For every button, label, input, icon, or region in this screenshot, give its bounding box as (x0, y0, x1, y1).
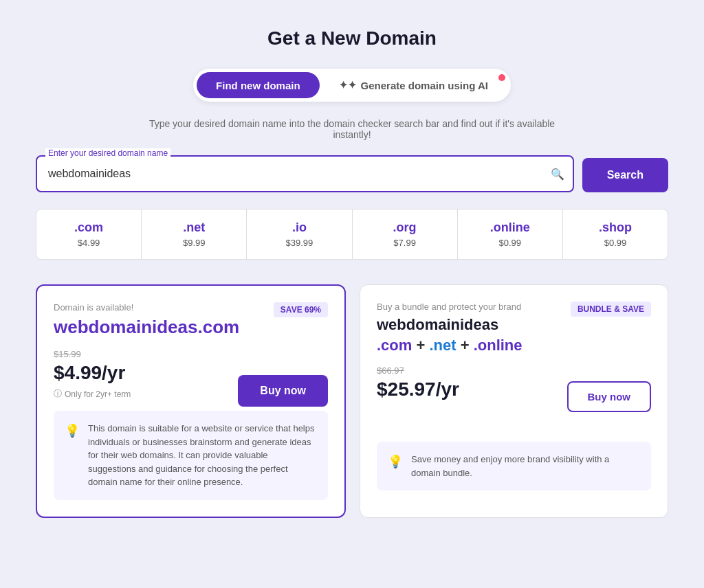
bundle-tld-online: .online (474, 337, 522, 354)
search-input[interactable] (36, 155, 574, 192)
tld-price: $39.99 (286, 238, 314, 248)
save-badge: SAVE 69% (274, 302, 328, 317)
tld-price: $0.99 (604, 238, 627, 248)
sparkle-icon: ✦✦ (339, 79, 357, 91)
tld-item-io[interactable]: .io$39.99 (247, 210, 352, 259)
buy-now-bundle-button[interactable]: Buy now (567, 381, 652, 412)
tab-toggle: Find new domain ✦✦ Generate domain using… (193, 69, 511, 102)
subtitle: Type your desired domain name into the d… (146, 118, 558, 140)
tld-name: .org (393, 220, 417, 235)
tld-name: .online (490, 220, 530, 235)
info-text-bundle: Save money and enjoy more brand visibili… (411, 453, 640, 479)
tld-name: .io (292, 220, 307, 235)
old-price-main: $15.99 (54, 349, 328, 359)
info-box-bundle: 💡 Save money and enjoy more brand visibi… (377, 442, 651, 490)
bulb-icon-bundle: 💡 (388, 454, 403, 469)
ai-badge (498, 74, 505, 81)
old-price-bundle: $66.97 (377, 365, 651, 376)
tld-name: .shop (599, 220, 632, 235)
buy-now-main-button[interactable]: Buy now (238, 375, 328, 407)
bundle-plus-1: + (412, 337, 429, 354)
domain-available-card: Domain is available! SAVE 69% webdomaini… (36, 284, 346, 518)
bundle-plus-2: + (456, 337, 474, 354)
tld-item-org[interactable]: .org$7.99 (353, 210, 458, 259)
tab-ai-domain[interactable]: ✦✦ Generate domain using AI (320, 72, 507, 98)
tld-price: $7.99 (393, 238, 416, 248)
bundle-tld-net: .net (429, 337, 456, 354)
tld-price: $9.99 (183, 238, 206, 248)
bundle-tlds: .com + .net + .online (377, 337, 651, 354)
tld-price: $0.99 (499, 238, 522, 248)
info-box-main: 💡 This domain is suitable for a website … (54, 411, 328, 500)
search-container: Enter your desired domain name 🔍 Search (36, 155, 668, 192)
bundle-badge: BUNDLE & SAVE (571, 302, 651, 317)
tld-row: .com$4.99.net$9.99.io$39.99.org$7.99.onl… (36, 209, 668, 260)
tld-item-shop[interactable]: .shop$0.99 (563, 210, 668, 259)
tld-item-net[interactable]: .net$9.99 (142, 210, 247, 259)
page-title: Get a New Domain (267, 27, 437, 49)
bundle-tld-com: .com (377, 337, 412, 354)
search-button[interactable]: Search (582, 158, 668, 192)
bundle-domain-name: webdomainideas (377, 316, 651, 334)
domain-base: webdomainideas (54, 317, 198, 337)
cards-row: Domain is available! SAVE 69% webdomaini… (36, 284, 668, 518)
tab-find-domain[interactable]: Find new domain (197, 72, 320, 98)
search-label: Enter your desired domain name (45, 148, 170, 158)
tld-name: .com (74, 220, 103, 235)
bulb-icon: 💡 (65, 423, 80, 438)
domain-name-main: webdomainideas.com (54, 317, 328, 338)
search-field-wrapper: Enter your desired domain name 🔍 (36, 155, 574, 192)
tld-name: .net (183, 220, 205, 235)
tld-item-com[interactable]: .com$4.99 (36, 210, 142, 259)
info-text-main: This domain is suitable for a website or… (88, 422, 317, 489)
info-circle-icon: ⓘ (54, 388, 62, 400)
domain-ext: .com (198, 317, 240, 337)
bundle-card: Buy a bundle and protect your brand BUND… (360, 284, 668, 518)
search-icon: 🔍 (551, 168, 564, 181)
tld-price: $4.99 (78, 238, 100, 248)
tld-item-online[interactable]: .online$0.99 (458, 210, 563, 259)
